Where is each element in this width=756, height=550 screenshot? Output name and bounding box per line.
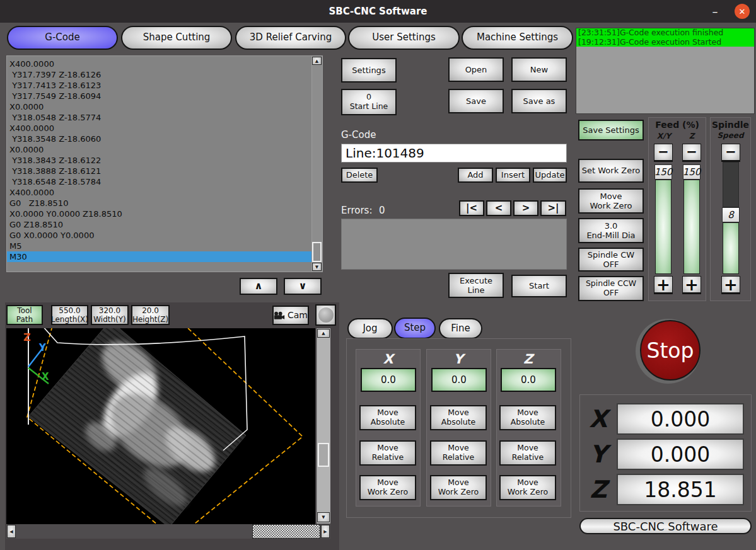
end-mill-dia-button[interactable]: 3.0 End-Mill Dia [578,218,644,243]
tab-step[interactable]: Step [394,318,436,339]
start-line-button[interactable]: 0 Start Line [341,89,397,115]
tab-3d-relief-carving[interactable]: 3D Relief Carving [235,26,346,50]
tool-path-button[interactable]: Tool Path [6,305,43,325]
minimize-icon[interactable]: – [707,3,723,19]
tab-machine-settings[interactable]: Machine Settings [462,26,573,50]
gcode-line[interactable]: X0.0000 Y0.0000 Z18.8510 [9,209,322,219]
gcode-line[interactable]: M30 [7,251,322,262]
update-button[interactable]: Update [533,168,567,183]
save-settings-button[interactable]: Save Settings [578,120,644,140]
jog-x-move-work-zero-button[interactable]: Move Work Zero [359,475,416,500]
tab-jog[interactable]: Jog [347,318,393,339]
nav-next-button[interactable]: > [513,200,538,216]
spindle-cw-button[interactable]: Spindle CW OFF [578,248,644,272]
toolpath-vscroll[interactable] [317,328,330,524]
gcode-scroll-thumb[interactable] [312,242,322,262]
set-work-zero-button[interactable]: Set Work Zero [578,159,644,183]
gcode-line[interactable]: G0 X0.0000 Y0.0000 [9,230,322,241]
toolpath-scroll-up-icon[interactable]: ▲ [317,329,330,338]
gcode-line[interactable]: Y318.3843 Z-18.6122 [9,155,322,166]
start-button[interactable]: Start [511,275,567,297]
gcode-line[interactable]: X400.0000 [9,59,322,69]
gcode-line-input[interactable]: Line:101489 [341,144,567,163]
gcode-line[interactable]: Y317.7413 Z-18.6123 [9,80,322,91]
open-button[interactable]: Open [448,57,504,82]
jog-z-move-work-zero-button[interactable]: Move Work Zero [499,475,556,500]
gcode-list-scrollbar[interactable] [311,56,322,272]
tab-gcode[interactable]: G-Code [7,26,118,50]
toolpath-scroll-down-icon[interactable]: ▼ [317,512,330,522]
led-button[interactable] [315,304,336,326]
toolpath-canvas[interactable]: Z Y X [6,328,315,524]
gcode-line[interactable]: Y318.0548 Z-18.5774 [9,112,322,123]
toolpath-scroll-left-icon[interactable]: ◀ [7,525,16,538]
feed-xy-plus-button[interactable]: + [654,276,673,294]
feed-xy-slider[interactable] [655,180,672,274]
stop-button[interactable]: Stop [640,320,701,381]
tab-shape-cutting[interactable]: Shape Cutting [121,26,232,50]
tab-fine[interactable]: Fine [439,318,482,339]
spindle-minus-button[interactable]: − [721,144,740,162]
gcode-line[interactable]: G0 Z18.8510 [9,219,322,230]
feed-z-plus-button[interactable]: + [682,276,701,294]
toolpath-hscroll-thumb[interactable] [252,524,320,539]
tab-user-settings[interactable]: User Settings [348,26,460,50]
jog-y-step-value[interactable]: 0.0 [431,368,487,392]
new-button[interactable]: New [511,57,567,82]
gcode-line[interactable]: X400.0000 [9,123,322,134]
spindle-slider-lower[interactable] [723,222,739,274]
width-y-button[interactable]: 320.0 Width(Y) [91,305,129,325]
position-x-label: X [585,405,612,433]
scroll-down-icon[interactable]: ▼ [312,263,322,271]
jog-x-step-value[interactable]: 0.0 [361,368,416,392]
move-absolute-label-2: Absolute [511,418,545,427]
nav-prev-button[interactable]: < [486,200,511,216]
jog-z-move-absolute-button[interactable]: Move Absolute [499,405,556,430]
jog-x-move-relative-button[interactable]: Move Relative [359,440,416,466]
save-as-button[interactable]: Save as [511,89,567,113]
move-work-zero-button[interactable]: Move Work Zero [578,188,644,214]
gcode-line[interactable]: X400.0000 [9,187,322,198]
gcode-line[interactable]: G0 Z18.8510 [9,198,322,209]
scroll-up-icon[interactable]: ▲ [312,57,322,65]
feed-z-minus-button[interactable]: − [682,144,701,162]
save-button[interactable]: Save [448,89,504,113]
insert-button[interactable]: Insert [496,168,530,183]
toolpath-vscroll-thumb[interactable] [318,443,329,467]
add-button[interactable]: Add [458,168,493,183]
nav-first-button[interactable]: |< [459,200,484,216]
gcode-line[interactable]: Y318.3548 Z-18.6060 [9,134,322,144]
nav-last-button[interactable]: >| [540,200,566,216]
feed-panel: Feed (%) X/Y Z − 150 + − 150 + [648,117,706,301]
delete-button[interactable]: Delete [341,168,378,183]
spindle-plus-button[interactable]: + [721,276,740,294]
toolpath-panel: Tool Path 550.0 Length(X) 320.0 Width(Y)… [5,302,339,550]
gcode-line[interactable]: Y317.7397 Z-18.6126 [9,69,322,80]
execute-line-button[interactable]: Execute Line [448,273,504,298]
jog-y-move-absolute-button[interactable]: Move Absolute [430,405,487,430]
list-scroll-down-button[interactable]: ∨ [284,278,322,295]
gcode-line[interactable]: Y318.6548 Z-18.5784 [9,176,322,187]
close-icon[interactable]: ✕ [735,4,750,19]
jog-y-move-work-zero-button[interactable]: Move Work Zero [430,475,487,500]
cam-button[interactable]: Cam [272,306,309,325]
gcode-line[interactable]: X0.0000 [9,144,322,155]
jog-x-move-absolute-button[interactable]: Move Absolute [359,405,416,430]
gcode-line[interactable]: X0.0000 [9,101,322,112]
spindle-ccw-button[interactable]: Spindle CCW OFF [578,276,644,301]
gcode-list[interactable]: X400.0000 Y317.7397 Z-18.6126 Y317.7413 … [6,55,323,272]
gcode-line[interactable]: M5 [9,241,322,251]
settings-button[interactable]: Settings [341,58,397,83]
gcode-line[interactable]: Y317.7549 Z-18.6094 [9,91,322,101]
jog-z-step-value[interactable]: 0.0 [501,368,556,392]
feed-xy-minus-button[interactable]: − [654,144,673,162]
feed-z-slider[interactable] [683,180,700,274]
length-x-button[interactable]: 550.0 Length(X) [51,305,88,325]
jog-z-move-relative-button[interactable]: Move Relative [499,440,556,466]
toolpath-scroll-right-icon[interactable]: ▶ [321,525,330,538]
height-z-button[interactable]: 20.0 Height(Z) [131,305,170,325]
list-scroll-up-button[interactable]: ∧ [240,278,277,295]
gcode-line[interactable]: Y318.3888 Z-18.6121 [9,166,322,176]
jog-y-move-relative-button[interactable]: Move Relative [430,440,487,466]
spindle-slider-upper[interactable] [723,162,739,207]
